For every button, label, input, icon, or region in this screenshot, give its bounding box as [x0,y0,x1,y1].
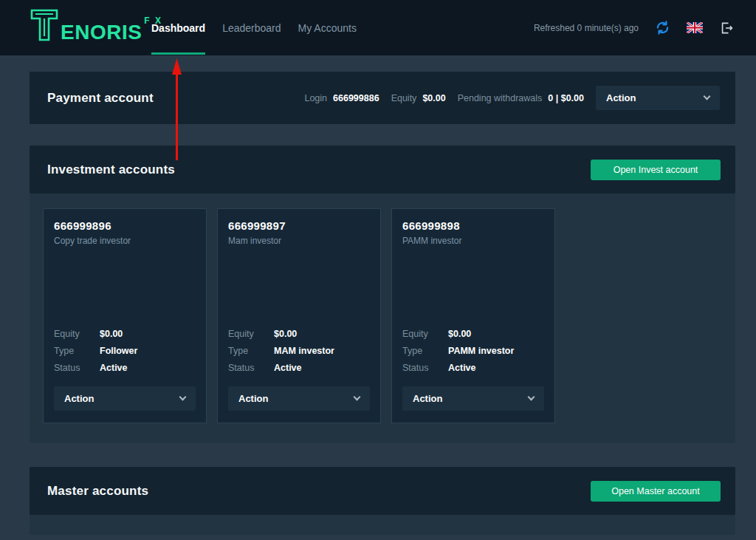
chevron-down-icon [704,93,711,100]
card-action-dropdown[interactable]: Action [54,386,196,411]
master-accounts-header: Master accounts Open Master account [30,467,735,515]
master-accounts-title: Master accounts [47,484,148,499]
equity-value: $0.00 [448,329,471,339]
card-login: 666999897 [228,219,370,232]
status-value: Active [448,363,476,373]
card-subtitle: PAMM investor [402,236,544,246]
type-row: Type Follower [54,346,196,355]
login-label: Login [304,93,327,103]
card-action-dropdown[interactable]: Action [228,386,370,411]
card-subtitle: Mam investor [228,236,370,246]
card-details: Equity $0.00 Type Follower Status Active [54,329,196,380]
tab-leaderboard[interactable]: Leaderboard [222,0,281,55]
card-login: 666999896 [54,219,196,232]
status-label: Status [228,363,274,373]
equity-label: Equity [54,329,100,339]
refresh-icon[interactable] [655,20,670,35]
type-label: Type [402,346,448,356]
investment-accounts-title: Investment accounts [47,163,175,177]
payment-action-dropdown[interactable]: Action [596,86,720,110]
equity-label: Equity [402,329,448,339]
type-row: Type MAM investor [228,346,370,355]
status-row: Status Active [54,363,196,372]
equity-stat: Equity $0.00 [391,93,446,103]
pending-withdrawals-value: 0 | $0.00 [548,93,584,103]
logout-icon[interactable] [719,21,734,35]
card-action-label: Action [413,393,442,404]
master-accounts-body [30,515,735,535]
card-action-dropdown[interactable]: Action [402,386,544,411]
chevron-down-icon [179,394,187,401]
type-value: Follower [100,346,137,356]
pending-withdrawals-stat: Pending withdrawals 0 | $0.00 [458,93,584,103]
logo-text: ENORIS [61,22,142,43]
pending-withdrawals-label: Pending withdrawals [458,93,543,103]
equity-value: $0.00 [274,329,297,339]
equity-value: $0.00 [100,329,123,339]
main-nav: Dashboard Leaderboard My Accounts [151,0,357,55]
refreshed-status-text: Refreshed 0 minute(s) ago [534,23,639,33]
status-label: Status [54,363,100,373]
status-value: Active [100,363,128,373]
login-stat: Login 666999886 [304,93,379,103]
equity-value: $0.00 [422,93,445,103]
investment-card-666999897: 666999897 Mam investor Equity $0.00 Type… [217,208,381,423]
payment-account-stats: Login 666999886 Equity $0.00 Pending wit… [304,93,584,103]
status-label: Status [402,363,448,373]
card-action-label: Action [238,393,268,404]
login-value: 666999886 [333,93,379,103]
equity-label: Equity [391,93,417,103]
equity-row: Equity $0.00 [54,329,196,338]
open-invest-account-button[interactable]: Open Invest account [591,160,721,180]
card-action-label: Action [64,393,94,404]
navbar: ENORIS F X Dashboard Leaderboard My Acco… [0,0,756,55]
payment-account-title: Payment account [47,91,154,106]
navbar-right: Refreshed 0 minute(s) ago [534,0,734,55]
tenoris-logo-icon [30,8,59,45]
tab-dashboard[interactable]: Dashboard [151,0,205,55]
payment-action-label: Action [606,92,636,103]
tab-my-accounts[interactable]: My Accounts [298,0,357,55]
status-row: Status Active [402,363,544,372]
payment-account-panel: Payment account Login 666999886 Equity $… [30,72,735,124]
investment-card-666999898: 666999898 PAMM investor Equity $0.00 Typ… [391,208,555,423]
equity-label: Equity [228,329,274,339]
card-details: Equity $0.00 Type MAM investor Status Ac… [228,329,370,380]
type-label: Type [228,346,274,356]
investment-card-666999896: 666999896 Copy trade investor Equity $0.… [43,208,207,423]
open-master-account-button[interactable]: Open Master account [591,481,721,502]
status-value: Active [274,363,302,373]
chevron-down-icon [354,394,361,401]
chevron-down-icon [528,394,535,401]
card-login: 666999898 [402,219,544,232]
type-value: PAMM investor [448,346,514,356]
investment-accounts-header: Investment accounts Open Invest account [30,146,735,194]
uk-flag-icon[interactable] [687,22,703,33]
status-row: Status Active [228,363,370,372]
type-label: Type [54,346,100,356]
equity-row: Equity $0.00 [228,329,370,338]
type-value: MAM investor [274,346,334,356]
card-details: Equity $0.00 Type PAMM investor Status A… [402,329,544,380]
tenoris-logo[interactable]: ENORIS F X [30,11,162,45]
type-row: Type PAMM investor [402,346,544,355]
equity-row: Equity $0.00 [402,329,544,338]
investment-accounts-body: 666999896 Copy trade investor Equity $0.… [30,194,735,443]
card-subtitle: Copy trade investor [54,236,196,246]
